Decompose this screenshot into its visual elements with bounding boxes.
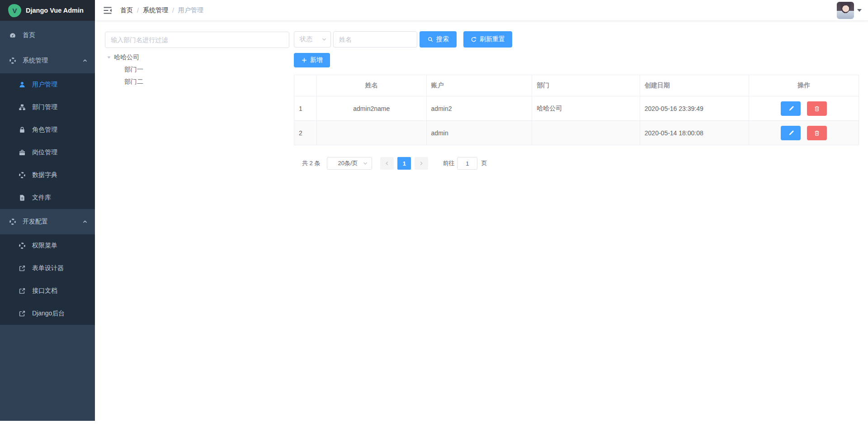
sidebar-item-label: 岗位管理 [32,148,57,157]
app-title: Django Vue Admin [26,7,84,14]
status-select[interactable]: 状态 [294,31,331,48]
goto-label: 前往 [443,159,454,167]
top-header: 首页 / 系统管理 / 用户管理 [95,0,868,21]
sidebar-item-dept-mgmt[interactable]: 部门管理 [0,96,95,119]
breadcrumb-current: 用户管理 [178,6,203,14]
sidebar-item-file-library[interactable]: 文件库 [0,186,95,209]
delete-button[interactable] [807,101,827,116]
sidebar-item-label: 角色管理 [32,126,57,134]
add-button-label: 新增 [310,56,323,64]
pagination-total: 共 2 条 [302,159,320,167]
refresh-reset-label: 刷新重置 [480,35,505,43]
table-row: 1 admin2name admin2 哈哈公司 2020-05-16 23:3… [294,96,859,121]
sidebar-fold-icon[interactable] [103,6,112,14]
cell-created: 2020-05-14 18:00:08 [640,121,750,145]
page-unit-label: 页 [481,159,487,167]
user-icon [19,81,26,88]
page-number-button[interactable]: 1 [397,157,411,170]
edit-button[interactable] [781,126,801,140]
cell-name: admin2name [317,96,427,120]
document-icon [19,194,26,201]
table-row: 2 admin 2020-05-14 18:00:08 [294,121,859,145]
prev-page-button[interactable] [380,157,394,170]
external-link-icon [19,265,26,272]
breadcrumb-separator: / [137,7,139,14]
external-link-icon [19,310,26,317]
app-window: V Django Vue Admin 首页 系统管理 [0,0,868,424]
tree-node-label: 哈哈公司 [114,53,139,62]
sidebar-item-label: 表单设计器 [32,264,64,272]
lock-icon [19,126,26,133]
cell-name [317,121,427,145]
sidebar-item-django-admin[interactable]: Django后台 [0,302,95,325]
goto-page-input[interactable] [457,157,477,170]
sidebar-item-data-dict[interactable]: 数据字典 [0,164,95,186]
caret-expanded-icon[interactable] [106,54,112,61]
dev-submenu: 权限菜单 表单设计器 接口文档 [0,234,95,325]
trash-icon [814,130,820,136]
delete-button[interactable] [807,126,827,140]
cell-account: admin2 [427,96,533,120]
org-tree-icon [19,104,26,111]
col-header-created: 创建日期 [640,75,750,96]
sidebar-item-role-mgmt[interactable]: 角色管理 [0,119,95,141]
edit-button[interactable] [781,101,801,116]
page-size-select[interactable]: 20条/页 [327,157,372,170]
plus-icon [301,57,307,63]
user-menu[interactable] [837,2,862,19]
sidebar-item-label: 部门管理 [32,103,57,111]
add-button[interactable]: 新增 [294,53,330,67]
sidebar-item-label: 首页 [23,31,35,39]
col-header-account: 账户 [427,75,533,96]
briefcase-icon [19,149,26,156]
sidebar-item-label: 系统管理 [23,57,48,65]
sidebar-item-label: 文件库 [32,194,51,202]
tree-node-root[interactable]: 哈哈公司 [105,51,286,63]
cell-dept [532,121,640,145]
sidebar-item-form-designer[interactable]: 表单设计器 [0,257,95,280]
next-page-button[interactable] [415,157,428,170]
sidebar-item-api-docs[interactable]: 接口文档 [0,280,95,302]
pagination: 共 2 条 20条/页 1 前往 页 [302,157,487,170]
status-select-placeholder: 状态 [300,35,321,43]
component-icon [19,242,26,249]
sidebar-item-dev-config[interactable]: 开发配置 [0,209,95,234]
component-icon [9,57,16,64]
pencil-icon [788,130,794,136]
dept-tree: 哈哈公司 部门一 部门二 [105,51,286,88]
pencil-icon [788,105,794,112]
col-header-dept: 部门 [532,75,640,96]
col-header-index [294,75,317,96]
dept-filter-input[interactable] [105,32,289,48]
component-icon [9,218,16,225]
sidebar-item-permission-menu[interactable]: 权限菜单 [0,234,95,257]
col-header-actions: 操作 [749,75,859,96]
external-link-icon [19,287,26,295]
breadcrumb-home[interactable]: 首页 [120,6,133,14]
name-filter-input[interactable] [333,31,417,48]
caret-down-icon [857,9,862,12]
sidebar-item-user-mgmt[interactable]: 用户管理 [0,73,95,96]
trash-icon [814,105,820,112]
sidebar-item-label: 数据字典 [32,171,57,179]
refresh-reset-button[interactable]: 刷新重置 [463,31,512,48]
chevron-up-icon [82,219,88,224]
page-size-value: 20条/页 [333,159,363,167]
tree-node-dept1[interactable]: 部门一 [105,63,286,76]
cell-account: admin [427,121,533,145]
cell-actions [749,96,859,120]
refresh-icon [471,36,477,43]
sidebar-item-post-mgmt[interactable]: 岗位管理 [0,141,95,164]
cell-actions [749,121,859,145]
sidebar-item-label: 开发配置 [23,218,48,226]
logo-bar[interactable]: V Django Vue Admin [0,0,95,21]
sidebar-item-system-mgmt[interactable]: 系统管理 [0,48,95,73]
sidebar-item-label: 接口文档 [32,287,57,295]
sidebar-item-home[interactable]: 首页 [0,23,95,48]
breadcrumb-system-mgmt[interactable]: 系统管理 [143,6,168,14]
search-button-label: 搜索 [436,35,449,43]
tree-node-dept2[interactable]: 部门二 [105,76,286,88]
sidebar-item-label: 权限菜单 [32,242,57,250]
search-button[interactable]: 搜索 [420,31,457,48]
avatar[interactable] [837,2,854,19]
